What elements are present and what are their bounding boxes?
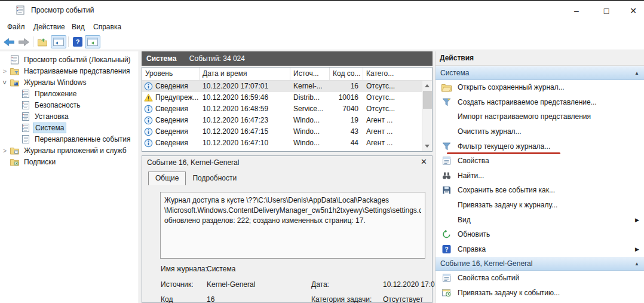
preview-tabs: Общие Подробности — [148, 172, 243, 185]
level-cell: Сведения — [155, 126, 188, 137]
funnel-icon — [441, 142, 452, 151]
action-label: Найти... — [458, 172, 639, 180]
log-icon — [20, 123, 30, 133]
preview-close-icon[interactable]: ✕ — [421, 157, 427, 166]
toggle-console-tree-button[interactable] — [51, 35, 66, 48]
folder-subs-icon — [10, 157, 20, 167]
action-clear-log[interactable]: Очистить журнал... — [436, 124, 644, 139]
code-cell: 16 — [330, 81, 363, 92]
menu-help[interactable]: Справка — [91, 22, 124, 32]
category-cell: Агент ... — [363, 126, 422, 137]
tree-item-label: Безопасность — [33, 100, 82, 110]
toggle-action-pane-button[interactable] — [85, 35, 100, 48]
action-refresh[interactable]: Обновить — [436, 227, 644, 242]
tree-item-label: Перенаправленные события — [33, 134, 132, 144]
column-header-source[interactable]: Источ... — [290, 68, 330, 80]
warning-icon — [144, 93, 153, 102]
forward-button[interactable] — [17, 35, 30, 48]
minimize-button[interactable]: – — [568, 5, 585, 17]
app-icon — [16, 5, 25, 15]
tree-item-forwarded-events[interactable]: Перенаправленные события — [0, 133, 139, 145]
maximize-icon: □ — [604, 6, 609, 16]
level-cell: Сведения — [155, 137, 188, 149]
tree-item-security[interactable]: Безопасность — [0, 99, 139, 111]
tree-item-application[interactable]: Приложение — [0, 88, 139, 99]
event-viewer-icon — [10, 55, 20, 65]
menu-file[interactable]: Файл — [5, 22, 27, 32]
tab-details[interactable]: Подробности — [186, 173, 243, 186]
toolbar-separator — [68, 36, 69, 47]
scroll-up-arrow[interactable] — [425, 84, 430, 87]
tree-item-app-service-logs[interactable]: > Журналы приложений и служб — [0, 145, 139, 156]
action-open-saved-log[interactable]: Открыть сохраненный журнал... — [436, 80, 644, 95]
tree-item-label: Настраиваемые представления — [22, 66, 132, 76]
datetime-cell: 10.12.2020 16:47:10 — [200, 137, 290, 149]
table-row[interactable]: Сведения 10.12.2020 16:47:23 Windo... 19… — [142, 115, 422, 126]
menu-action[interactable]: Действие — [31, 22, 68, 32]
tree-item-label-selected: Система — [33, 123, 66, 133]
column-header-event-code[interactable]: Код со... — [330, 68, 363, 80]
tab-general[interactable]: Общие — [148, 172, 186, 185]
datetime-cell: 10.12.2020 16:47:15 — [200, 126, 290, 137]
column-header-level[interactable]: Уровень — [142, 68, 200, 80]
chevron-right-icon[interactable]: > — [0, 147, 10, 154]
info-icon — [144, 116, 153, 125]
action-view[interactable]: Вид ▶ — [436, 212, 644, 227]
tree-item-label: Журналы приложений и служб — [22, 146, 128, 155]
tree-item-custom-views[interactable]: > Настраиваемые представления — [0, 65, 139, 76]
tree-item-subscriptions[interactable]: Подписки — [0, 156, 139, 167]
table-row[interactable]: Сведения 10.12.2020 16:47:15 Windo... 43… — [142, 126, 422, 137]
event-list-scrollbar[interactable] — [422, 81, 432, 151]
event-rows: Сведения 10.12.2020 17:07:01 Kernel-... … — [142, 81, 422, 149]
chevron-down-icon[interactable]: > — [1, 78, 8, 87]
table-row[interactable]: Сведения 10.12.2020 16:48:59 Service... … — [142, 103, 422, 115]
log-header-bar: Система Событий: 34 024 — [142, 51, 433, 66]
action-create-custom-view[interactable]: Создать настраиваемое представление... — [436, 95, 644, 110]
action-attach-task-to-log[interactable]: Привязать задачу к журналу... — [436, 198, 644, 213]
tree-item-root[interactable]: Просмотр событий (Локальный) — [0, 54, 139, 65]
open-saved-log-button[interactable] — [35, 35, 50, 48]
scrollbar-thumb[interactable] — [423, 91, 432, 109]
action-label: Открыть сохраненный журнал... — [458, 83, 639, 91]
tree-item-setup[interactable]: Установка — [0, 111, 139, 122]
category-cell: Отсутс... — [363, 103, 422, 115]
tree-item-label: Подписки — [22, 157, 57, 167]
action-attach-task-to-event[interactable]: Привязать задачу к событию... — [436, 286, 644, 301]
event-description-box[interactable]: Журнал доступа в кусте \??\C:\Users\Deni… — [160, 192, 425, 259]
action-pane-icon — [87, 38, 98, 46]
chevron-right-icon[interactable]: > — [0, 68, 10, 75]
action-filter-current-log[interactable]: Фильтр текущего журнала... — [436, 139, 644, 154]
log-title: Система — [146, 54, 177, 63]
toolbar-separator — [33, 36, 33, 47]
actions-title: Действия — [436, 51, 644, 66]
column-header-datetime[interactable]: Дата и время — [200, 68, 290, 80]
table-row[interactable]: Сведения 10.12.2020 17:07:01 Kernel-... … — [142, 81, 422, 92]
collapse-arrow-icon[interactable]: ▲ — [634, 66, 639, 79]
back-button[interactable] — [2, 35, 16, 48]
tree-item-system[interactable]: Система — [0, 122, 139, 133]
actions-section-system[interactable]: Система ▲ — [436, 66, 644, 80]
menu-view[interactable]: Вид — [69, 22, 87, 32]
tree-item-windows-logs[interactable]: > Журналы Windows — [0, 76, 139, 88]
column-header-category[interactable]: Катего... — [363, 68, 432, 80]
no-icon — [441, 215, 452, 225]
menu-bar: Файл Действие Вид Справка — [0, 19, 644, 33]
maximize-button[interactable]: □ — [597, 5, 615, 17]
action-event-properties[interactable]: Свойства событий — [436, 271, 644, 286]
close-button[interactable]: ✕ — [624, 5, 642, 17]
log-name-value: Система — [207, 265, 235, 273]
log-icon — [20, 112, 30, 121]
action-help[interactable]: ? Справка ▶ — [436, 242, 644, 257]
action-save-all-events[interactable]: Сохранить все события как... — [436, 183, 644, 198]
action-label: Свойства — [458, 157, 639, 165]
collapse-arrow-icon[interactable]: ▲ — [634, 257, 639, 270]
table-row[interactable]: Сведения 10.12.2020 16:47:10 Windo... 44… — [142, 137, 422, 149]
table-row[interactable]: Предупреж... 10.12.2020 16:59:46 Distrib… — [142, 92, 422, 103]
binoculars-icon — [441, 171, 452, 180]
actions-section-event[interactable]: Событие 16, Kernel-General ▲ — [436, 256, 644, 271]
action-find[interactable]: Найти... — [436, 169, 644, 183]
scroll-down-arrow[interactable] — [425, 145, 430, 148]
help-button[interactable]: ? — [70, 35, 84, 48]
action-properties[interactable]: Свойства — [436, 154, 644, 169]
action-import-custom-view[interactable]: Импорт настраиваемого представления — [436, 109, 644, 124]
